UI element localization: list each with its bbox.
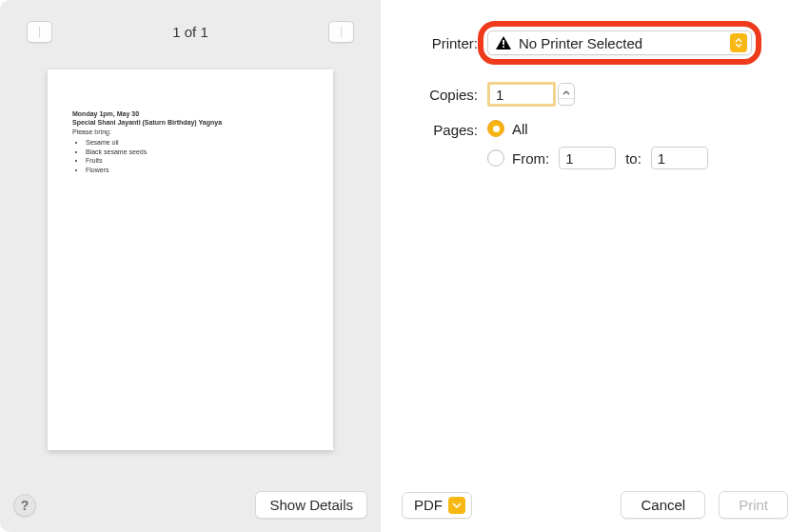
pdf-menu-button[interactable]: PDF: [402, 492, 472, 519]
thumb-line1: Monday 1pm, May 30: [72, 109, 308, 118]
printer-value: No Printer Selected: [519, 35, 722, 51]
pages-all-radio[interactable]: [487, 120, 504, 137]
warning-icon: [496, 36, 511, 49]
thumb-line2: Special Shani Jayanti (Saturn Birthday) …: [72, 118, 308, 127]
help-button[interactable]: ?: [13, 494, 36, 517]
divider: [341, 27, 342, 38]
divider: [39, 27, 40, 38]
svg-rect-0: [503, 40, 504, 45]
chevron-down-icon: [448, 497, 465, 514]
pages-from-input[interactable]: [559, 147, 616, 169]
chevron-down-icon: [562, 99, 570, 106]
pages-label: Pages:: [396, 122, 478, 138]
nav-next-group[interactable]: [328, 21, 354, 43]
pdf-label: PDF: [414, 497, 443, 513]
pages-all-label: All: [512, 121, 528, 137]
list-item: Sesame oil: [86, 138, 308, 147]
pages-from-label: From:: [512, 150, 549, 167]
pages-range-radio[interactable]: [487, 149, 504, 167]
list-item: Fruits: [86, 156, 308, 165]
pages-range-line: From: to:: [487, 147, 718, 169]
preview-nav-row: 1 of 1: [0, 0, 381, 43]
pages-group: All From: to:: [487, 120, 718, 169]
pages-to-label: to:: [625, 150, 641, 167]
cancel-button[interactable]: Cancel: [621, 491, 705, 519]
printer-row: Printer: No Printer Selected: [396, 30, 780, 55]
copies-stepper[interactable]: [558, 83, 575, 106]
printer-select[interactable]: No Printer Selected: [487, 30, 752, 55]
copies-label: Copies:: [396, 87, 478, 103]
dropdown-stepper-icon: [730, 33, 747, 52]
settings-panel: Printer: No Printer Selected Copies:: [381, 0, 809, 532]
settings-footer: PDF Cancel Print: [402, 491, 788, 519]
page-indicator: 1 of 1: [172, 24, 208, 40]
preview-panel: 1 of 1 Monday 1pm, May 30 Special Shani …: [0, 0, 381, 532]
page-thumbnail: Monday 1pm, May 30 Special Shani Jayanti…: [48, 69, 333, 450]
thumb-line3: Please bring:: [72, 128, 308, 136]
preview-footer: ? Show Details: [13, 491, 367, 519]
pages-to-input[interactable]: [651, 147, 708, 169]
thumb-bullets: Sesame oil Black sesame seeds Fruits Flo…: [86, 138, 308, 174]
pages-row: Pages: All From: to:: [396, 120, 780, 169]
printer-label: Printer:: [396, 35, 478, 51]
list-item: Black sesame seeds: [86, 148, 308, 156]
stepper-down-button[interactable]: [559, 99, 574, 106]
show-details-button[interactable]: Show Details: [255, 491, 367, 519]
print-button[interactable]: Print: [719, 491, 788, 519]
nav-prev-group[interactable]: [27, 21, 52, 43]
copies-input[interactable]: [487, 82, 556, 107]
help-icon: ?: [21, 498, 30, 513]
footer-right-group: Cancel Print: [621, 491, 788, 519]
list-item: Flowers: [86, 166, 308, 174]
stepper-up-button[interactable]: [559, 84, 574, 99]
copies-row: Copies:: [396, 82, 780, 107]
svg-rect-1: [503, 46, 504, 48]
pages-all-line: All: [487, 120, 718, 137]
print-dialog: 1 of 1 Monday 1pm, May 30 Special Shani …: [0, 0, 809, 532]
chevron-up-icon: [562, 84, 570, 98]
printer-highlight: No Printer Selected: [487, 30, 752, 55]
